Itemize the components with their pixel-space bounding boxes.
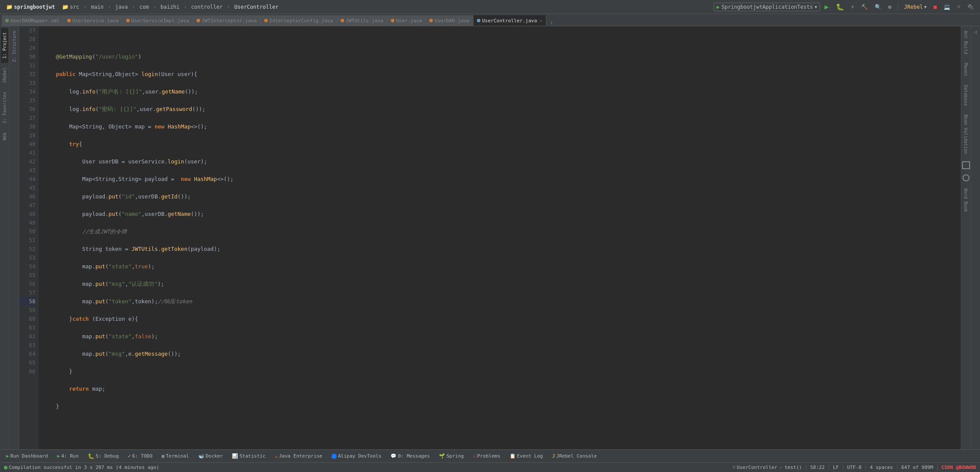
sidebar-item-structure[interactable]: Z: Structure [10,26,18,66]
folder-icon: 📁 [62,4,69,10]
sidebar-item-maven[interactable]: Maven [962,59,970,80]
sidebar-item-antbuild[interactable]: Ant Build [962,26,970,59]
bottom-area: ▶ Run Dashboard ▶ 4: Run 🐛 5: Debug ✓ 6:… [0,449,980,472]
bottom-tabs-bar: ▶ Run Dashboard ▶ 4: Run 🐛 5: Debug ✓ 6:… [0,449,980,462]
tab-userserviceimpl[interactable]: UserServiceImpl.java [123,15,193,26]
tab-userservice[interactable]: UserService.java [64,15,123,26]
docker-icon: 🐋 [198,453,204,459]
tab-jwtinterceptor[interactable]: JWTInterceptor.java [193,15,261,26]
jrebel-button[interactable]: JRebel ▼ [901,3,929,11]
code-line-47: return map; [43,385,956,393]
terminal-button[interactable]: 💻 [941,3,953,11]
structure-sidebar: Z: Structure [10,26,19,449]
code-line-45: map.put("msg",e.getMessage()); [43,350,956,358]
tab-type-indicator [67,19,71,22]
tab-todo[interactable]: ✓ 6: TODO [124,452,157,460]
far-right-sidebar: ◁ [970,26,980,449]
position-status[interactable]: 58:22 [809,465,826,470]
tab-docker[interactable]: 🐋 Docker [194,452,228,460]
sidebar-item-jrebel[interactable]: JRebel [1,63,8,87]
stop-button[interactable]: ■ [931,3,939,11]
tab-debug[interactable]: 🐛 5: Debug [83,452,123,461]
main-breadcrumb[interactable]: main [88,3,106,11]
tab-alipay-devtools[interactable]: Alipay DevTools [327,452,386,460]
sidebar-item-database[interactable]: Database [962,80,970,110]
plugins-button[interactable]: 🔌 [965,3,977,11]
run-config[interactable]: ▶ SpringbootjwtApplicationTests ▼ [714,3,820,11]
java-breadcrumb[interactable]: java [113,3,131,11]
git-branch-status[interactable]: ⑂ UserController › test() [731,465,803,470]
code-line-32: Map<String, Object> map = new HashMap<>(… [43,122,956,131]
sidebar-item-wordbook[interactable]: Word Book [962,184,970,216]
tab-bar: UserDAOMapper.xml UserService.java UserS… [0,14,980,26]
code-line-50 [43,437,956,446]
tab-type-indicator [477,19,480,22]
indent-status[interactable]: 4 spaces [869,465,894,470]
code-line-31: log.info("密码: [{}]",user.getPassword()); [43,105,956,114]
todo-icon: ✓ [128,453,131,459]
circle-icon[interactable] [963,174,970,181]
encoding-status[interactable]: UTF-8 [846,465,863,470]
alipay-icon [331,454,337,459]
tab-userdaomapper[interactable]: UserDAOMapper.xml [2,15,64,26]
tab-userdao[interactable]: UserDAO.java [426,15,473,26]
tab-label: InterceptorConfig.java [269,18,333,24]
right-sidebar: Ant Build Maven Database Bean Validation… [961,26,970,449]
search-button[interactable]: 🔍 [872,3,884,11]
memory-status[interactable]: 647 of 989M [900,465,935,470]
com-breadcrumb[interactable]: com [137,3,152,11]
square-icon[interactable] [962,161,970,169]
sidebar-item-favorites[interactable]: 2: Favorites [1,87,8,128]
settings-button[interactable]: ⚙ [886,3,894,11]
tab-run-dashboard[interactable]: ▶ Run Dashboard [2,452,52,460]
more-tabs-button[interactable]: › [547,19,556,26]
git-button[interactable]: ⑂ [955,3,963,11]
usercontroller-breadcrumb[interactable]: UserController [231,3,281,11]
code-editor[interactable]: @GetMapping("/user/login") public Map<St… [38,26,961,449]
sidebar-item-web[interactable]: Web [1,128,8,145]
tab-usercontroller[interactable]: UserController.java × [473,15,546,26]
build-button[interactable]: 🔨 [859,3,870,11]
tab-jrebel-console[interactable]: J JRebel Console [548,452,601,460]
run-icon: ▶ [57,453,60,459]
tab-problems[interactable]: ⚠ Problems [469,452,505,460]
tab-user[interactable]: User.java [387,15,426,26]
run-button[interactable]: ▶ [822,2,832,12]
code-line-41: map.put("msg","认证成功"); [43,280,956,288]
src-breadcrumb[interactable]: 📁 src [59,3,82,11]
tab-java-enterprise[interactable]: ☕ Java Enterprise [270,452,327,460]
line-separator-status[interactable]: LF [832,465,840,470]
csdn-logo: CSDN @BOWWOB [940,465,977,470]
status-ok-icon [4,466,7,469]
tab-type-indicator [429,19,433,22]
sidebar-item-project[interactable]: 1: Project [1,28,8,63]
collapse-right-button[interactable]: ◁ [973,26,978,38]
tab-terminal[interactable]: ■ Terminal [157,452,193,460]
tab-type-indicator [197,19,200,22]
tab-messages[interactable]: 💬 0: Messages [386,452,434,460]
code-line-35: Map<String,String> payload = new HashMap… [43,175,956,184]
controller-breadcrumb[interactable]: controller [189,3,225,11]
line-numbers: 27 28 29 30 31 32 33 34 35 36 37 38 39 4… [19,26,38,449]
baizhi-breadcrumb[interactable]: baizhi [158,3,182,11]
top-toolbar: 📁 springbootjwt 📁 src › main › java › co… [0,0,980,14]
tab-event-log[interactable]: 📋 Event Log [505,452,548,460]
code-line-40: map.put("state",true); [43,262,956,271]
tab-interceptorconfig[interactable]: InterceptorConfig.java [261,15,337,26]
project-selector[interactable]: 📁 springbootjwt [3,3,58,11]
compilation-status: Compilation successful in 3 s 207 ms (4 … [3,465,160,470]
tab-run[interactable]: ▶ 4: Run [53,452,83,460]
editor-main: 27 28 29 30 31 32 33 34 35 36 37 38 39 4… [19,26,961,449]
sidebar-item-beanvalidation[interactable]: Bean Validation [962,110,970,158]
tab-spring[interactable]: 🌱 Spring [435,452,468,460]
debug-button[interactable]: 🐛 [833,2,847,12]
tab-jwtutils[interactable]: JWTUtils.java [337,15,387,26]
config-icon: ▶ [717,4,720,10]
terminal-icon: ■ [162,453,165,459]
code-line-30: log.info("用户名: [{}]",user.getName()); [43,87,956,96]
code-line-29: public Map<String,Object> login(User use… [43,70,956,79]
tab-statistic[interactable]: 📊 Statistic [228,452,270,460]
tab-label: JWTUtils.java [346,18,383,24]
coverage-button[interactable]: ⚡ [849,3,857,11]
tab-close-button[interactable]: × [540,18,542,23]
